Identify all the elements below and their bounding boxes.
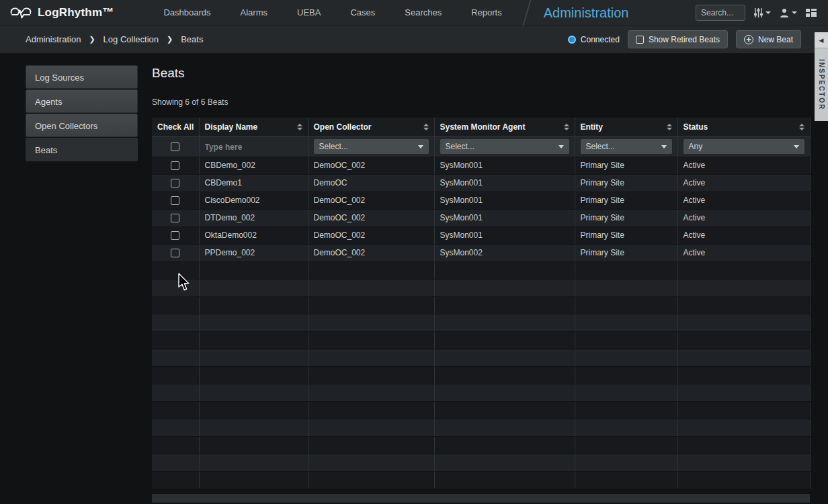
column-header-entity[interactable]: Entity bbox=[575, 118, 677, 136]
empty-row bbox=[152, 296, 810, 314]
user-menu[interactable] bbox=[779, 7, 797, 18]
new-beat-button[interactable]: + New Beat bbox=[736, 30, 801, 48]
empty-row bbox=[152, 314, 810, 331]
connected-dot-icon bbox=[568, 36, 576, 44]
nav-administration[interactable]: Administration bbox=[532, 0, 641, 26]
sort-icon[interactable] bbox=[667, 124, 672, 130]
column-header-display-name[interactable]: Display Name bbox=[199, 118, 308, 136]
empty-row bbox=[152, 401, 810, 419]
row-checkbox[interactable] bbox=[171, 249, 179, 257]
inspector-tab[interactable]: INSPECTOR bbox=[815, 48, 828, 121]
sort-icon[interactable] bbox=[564, 124, 569, 130]
top-nav: LogRhythm™ Dashboards Alarms UEBA Cases … bbox=[0, 0, 828, 26]
check-all-checkbox[interactable] bbox=[171, 142, 179, 151]
chevron-down-icon bbox=[661, 145, 667, 149]
breadcrumb-beats[interactable]: Beats bbox=[181, 34, 203, 44]
cell-display-name: CiscoDemo002 bbox=[199, 192, 308, 209]
column-header-system-monitor-agent[interactable]: System Monitor Agent bbox=[434, 118, 575, 136]
cell-status: Active bbox=[677, 244, 810, 261]
empty-row bbox=[152, 384, 810, 401]
row-checkbox[interactable] bbox=[171, 231, 179, 240]
apps-grid-icon bbox=[805, 7, 817, 18]
cell-display-name: OktaDemo002 bbox=[199, 226, 308, 244]
cell-agent: SysMon001 bbox=[434, 174, 575, 192]
row-checkbox[interactable] bbox=[171, 179, 179, 187]
table-header-row: Check All Display Name Open Collector Sy… bbox=[152, 118, 810, 136]
cell-display-name: CBDemo1 bbox=[199, 174, 308, 192]
cell-display-name: CBDemo_002 bbox=[199, 157, 308, 174]
cell-entity: Primary Site bbox=[575, 209, 677, 226]
cell-open-collector: DemoOC_002 bbox=[308, 192, 434, 209]
breadcrumb: Administration ❯ Log Collection ❯ Beats bbox=[26, 34, 203, 44]
search-input[interactable] bbox=[696, 5, 745, 21]
primary-nav: Dashboards Alarms UEBA Cases Searches Re… bbox=[149, 0, 640, 26]
cell-status: Active bbox=[677, 174, 810, 192]
table-row: CiscoDemo002DemoOC_002SysMon001Primary S… bbox=[152, 192, 810, 209]
sort-icon[interactable] bbox=[297, 124, 302, 130]
sort-icon[interactable] bbox=[799, 124, 804, 130]
logrhythm-logo-icon bbox=[9, 5, 32, 21]
apps-menu[interactable] bbox=[805, 7, 817, 18]
beats-table: Check All Display Name Open Collector Sy… bbox=[152, 118, 811, 489]
system-monitor-agent-filter-select[interactable]: Select... bbox=[440, 139, 569, 154]
toolbar: Connected Show Retired Beats + New Beat bbox=[568, 30, 801, 48]
nav-searches[interactable]: Searches bbox=[390, 0, 456, 26]
show-retired-checkbox[interactable] bbox=[636, 36, 644, 44]
cell-agent: SysMon002 bbox=[434, 244, 575, 261]
cell-status: Active bbox=[677, 192, 810, 209]
breadcrumb-bar: Administration ❯ Log Collection ❯ Beats … bbox=[0, 26, 828, 54]
cell-open-collector: DemoOC_002 bbox=[308, 244, 434, 261]
sidebar-item-log-sources[interactable]: Log Sources bbox=[26, 65, 138, 89]
cell-entity: Primary Site bbox=[575, 226, 677, 244]
filter-settings-menu[interactable] bbox=[753, 7, 771, 18]
cell-agent: SysMon001 bbox=[434, 209, 575, 226]
empty-row bbox=[152, 261, 810, 279]
nav-ueba[interactable]: UEBA bbox=[282, 0, 335, 26]
sidebar-item-open-collectors[interactable]: Open Collectors bbox=[26, 114, 138, 137]
cell-open-collector: DemoOC_002 bbox=[308, 226, 434, 244]
cell-status: Active bbox=[677, 157, 810, 174]
cell-display-name: DTDemo_002 bbox=[199, 209, 308, 226]
cell-entity: Primary Site bbox=[575, 192, 677, 209]
cell-entity: Primary Site bbox=[575, 244, 677, 261]
status-filter-select[interactable]: Any bbox=[684, 139, 804, 154]
nav-cases[interactable]: Cases bbox=[335, 0, 390, 26]
row-checkbox[interactable] bbox=[171, 214, 179, 222]
nav-divider bbox=[522, 0, 531, 26]
plus-circle-icon: + bbox=[744, 35, 753, 44]
cell-status: Active bbox=[677, 209, 810, 226]
open-collector-filter-select[interactable]: Select... bbox=[314, 139, 429, 154]
breadcrumb-administration[interactable]: Administration bbox=[26, 34, 81, 44]
horizontal-scrollbar[interactable] bbox=[152, 494, 810, 503]
table-row: CBDemo_002DemoOC_002SysMon001Primary Sit… bbox=[152, 157, 810, 174]
cell-entity: Primary Site bbox=[575, 157, 677, 174]
empty-row bbox=[152, 471, 810, 489]
row-checkbox[interactable] bbox=[171, 161, 179, 170]
cell-agent: SysMon001 bbox=[434, 226, 575, 244]
entity-filter-select[interactable]: Select... bbox=[581, 139, 672, 154]
nav-alarms[interactable]: Alarms bbox=[226, 0, 282, 26]
empty-row bbox=[152, 436, 810, 454]
nav-dashboards[interactable]: Dashboards bbox=[149, 0, 225, 26]
sidebar-item-beats[interactable]: Beats bbox=[26, 138, 138, 161]
inspector-collapse-icon[interactable]: ◀ bbox=[815, 32, 828, 48]
user-icon bbox=[779, 7, 790, 18]
sliders-icon bbox=[753, 7, 763, 18]
table-row: CBDemo1DemoOCSysMon001Primary SiteActive bbox=[152, 174, 810, 192]
column-header-status[interactable]: Status bbox=[677, 118, 810, 136]
column-header-open-collector[interactable]: Open Collector bbox=[308, 118, 434, 136]
sidebar-item-agents[interactable]: Agents bbox=[26, 89, 138, 113]
column-header-check-all: Check All bbox=[152, 118, 199, 136]
row-checkbox[interactable] bbox=[171, 196, 179, 205]
table-row: OktaDemo002DemoOC_002SysMon001Primary Si… bbox=[152, 226, 810, 244]
chevron-down-icon bbox=[418, 145, 423, 149]
display-name-filter-input[interactable] bbox=[205, 142, 302, 152]
empty-row bbox=[152, 419, 810, 436]
connection-status: Connected bbox=[568, 35, 620, 44]
chevron-right-icon: ❯ bbox=[167, 35, 173, 44]
breadcrumb-log-collection[interactable]: Log Collection bbox=[104, 34, 159, 44]
chevron-down-icon bbox=[558, 145, 564, 149]
show-retired-beats-button[interactable]: Show Retired Beats bbox=[628, 30, 728, 48]
nav-reports[interactable]: Reports bbox=[456, 0, 517, 26]
sort-icon[interactable] bbox=[423, 124, 429, 130]
